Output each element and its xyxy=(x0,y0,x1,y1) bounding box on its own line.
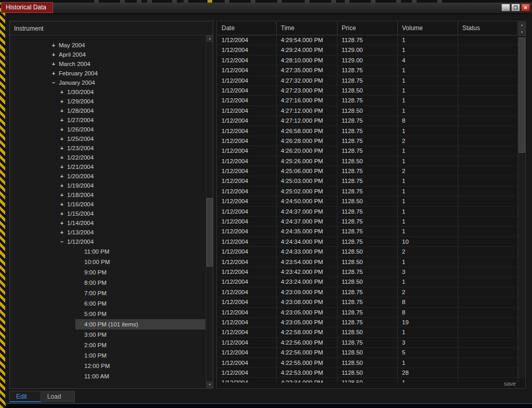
table-row[interactable]: 1/12/20044:23:09.000 PM1128.752 xyxy=(217,287,518,297)
expand-plus-icon[interactable]: + xyxy=(59,220,64,226)
expand-plus-icon[interactable]: + xyxy=(59,126,64,133)
table-row[interactable]: 1/12/20044:24:34.000 PM1128.7510 xyxy=(217,237,518,247)
expand-plus-icon[interactable]: + xyxy=(59,201,64,207)
table-row[interactable]: 1/12/20044:23:54.000 PM1128.501 xyxy=(217,257,518,267)
table-scrollbar[interactable] xyxy=(518,36,525,379)
tree-item[interactable]: +1/15/2004 xyxy=(10,209,205,218)
table-row[interactable]: 1/12/20044:25:02.000 PM1128.751 xyxy=(217,187,518,196)
tree-item[interactable]: 3:00 PM xyxy=(10,330,205,340)
tree-item[interactable]: 1:00 PM xyxy=(10,350,205,361)
column-header-time[interactable]: Time xyxy=(277,21,338,35)
tree-item[interactable]: +1/28/2004 xyxy=(10,106,205,115)
table-row[interactable]: 1/12/20044:24:33.000 PM1128.502 xyxy=(217,247,518,257)
tree-item[interactable]: 11:00 AM xyxy=(10,371,205,381)
tree-item[interactable]: 6:00 PM xyxy=(10,298,205,309)
tree-item[interactable]: +1/23/2004 xyxy=(10,143,205,153)
table-row[interactable]: 1/12/20044:24:35.000 PM1128.751 xyxy=(217,227,518,236)
tree-item[interactable]: +March 2004 xyxy=(10,59,205,69)
column-header-date[interactable]: Date xyxy=(217,21,277,35)
expand-plus-icon[interactable]: + xyxy=(51,51,56,58)
scroll-down-icon[interactable]: ▼ xyxy=(206,381,213,388)
tree-item[interactable]: −1/12/2004 xyxy=(10,237,205,246)
table-row[interactable]: 1/12/20044:25:06.000 PM1128.752 xyxy=(217,166,518,176)
expand-plus-icon[interactable]: + xyxy=(59,192,64,198)
table-row[interactable]: 1/12/20044:27:23.000 PM1128.501 xyxy=(217,86,518,96)
table-scroll-up-icon[interactable]: ▲ xyxy=(518,22,525,29)
tree-item[interactable]: 10:00 PM xyxy=(10,257,205,267)
table-row[interactable]: 1/12/20044:27:16.000 PM1128.751 xyxy=(217,96,518,106)
tree-item[interactable]: +1/16/2004 xyxy=(10,200,205,209)
tree-item[interactable]: +May 2004 xyxy=(10,41,205,50)
tree-item[interactable]: +1/20/2004 xyxy=(10,172,205,181)
close-button[interactable]: ✕ xyxy=(521,4,530,11)
table-row[interactable]: 1/12/20044:23:05.000 PM1128.758 xyxy=(217,308,518,318)
expand-plus-icon[interactable]: + xyxy=(59,154,64,161)
table-row[interactable]: 1/12/20044:24:37.000 PM1128.751 xyxy=(217,207,518,217)
table-row[interactable]: 1/12/20044:27:32.000 PM1128.751 xyxy=(217,76,518,86)
table-row[interactable]: 1/12/20044:24:37.000 PM1128.751 xyxy=(217,217,518,227)
tree-item[interactable]: +1/26/2004 xyxy=(10,125,205,134)
expand-plus-icon[interactable]: + xyxy=(59,164,64,170)
table-scrollbar-thumb[interactable] xyxy=(518,37,525,153)
tree-item[interactable]: +1/19/2004 xyxy=(10,181,205,190)
table-row[interactable]: 1/12/20044:26:58.000 PM1128.751 xyxy=(217,126,518,136)
tree-item[interactable]: 2:00 PM xyxy=(10,340,205,350)
tree-scrollbar-thumb[interactable] xyxy=(206,198,213,267)
table-row[interactable]: 1/12/20044:24:50.000 PM1128.501 xyxy=(217,196,518,206)
column-header-volume[interactable]: Volume xyxy=(398,21,458,35)
expand-plus-icon[interactable]: + xyxy=(59,145,64,151)
expand-plus-icon[interactable]: + xyxy=(51,70,56,76)
tree-item[interactable]: +1/14/2004 xyxy=(10,218,205,228)
tree-item[interactable]: 8:00 PM xyxy=(10,278,205,288)
tree-item[interactable]: +February 2004 xyxy=(10,69,205,78)
expand-plus-icon[interactable]: + xyxy=(59,108,64,114)
expand-plus-icon[interactable]: + xyxy=(51,61,56,67)
tree-item[interactable]: +1/30/2004 xyxy=(10,87,205,97)
tree-item[interactable]: +1/21/2004 xyxy=(10,162,205,172)
tab-edit[interactable]: Edit xyxy=(9,391,41,402)
column-header-status[interactable]: Status xyxy=(458,21,518,35)
table-row[interactable]: 1/12/20044:22:55.000 PM1128.501 xyxy=(217,358,518,368)
minimize-button[interactable]: _ xyxy=(501,4,510,11)
expand-plus-icon[interactable]: + xyxy=(59,182,64,189)
scroll-up-icon[interactable]: ▲ xyxy=(206,35,213,42)
table-row[interactable]: 1/12/20044:27:12.000 PM1128.501 xyxy=(217,106,518,116)
tree-item[interactable]: +1/27/2004 xyxy=(10,115,205,125)
collapse-minus-icon[interactable]: − xyxy=(51,80,56,86)
expand-plus-icon[interactable]: + xyxy=(59,210,64,217)
table-row[interactable]: 1/12/20044:22:53.000 PM1128.5028 xyxy=(217,368,518,378)
tree-item[interactable]: −January 2004 xyxy=(10,78,205,87)
expand-plus-icon[interactable]: + xyxy=(51,42,56,48)
tree-item[interactable]: 12:00 PM xyxy=(10,361,205,371)
expand-plus-icon[interactable]: + xyxy=(59,173,64,179)
tree-item[interactable]: 11:00 PM xyxy=(10,246,205,257)
table-row[interactable]: 1/12/20044:25:03.000 PM1128.751 xyxy=(217,176,518,186)
tree-item[interactable]: +April 2004 xyxy=(10,50,205,59)
tree-item[interactable]: +1/22/2004 xyxy=(10,153,205,162)
maximize-button[interactable]: ❐ xyxy=(511,4,520,11)
table-row[interactable]: 1/12/20044:26:20.000 PM1128.751 xyxy=(217,146,518,156)
expand-plus-icon[interactable]: + xyxy=(59,136,64,142)
table-row[interactable]: 1/12/20044:23:05.000 PM1128.7519 xyxy=(217,318,518,327)
tree-item[interactable]: +1/25/2004 xyxy=(10,134,205,143)
expand-plus-icon[interactable]: + xyxy=(59,89,64,95)
collapse-minus-icon[interactable]: − xyxy=(59,239,64,245)
expand-plus-icon[interactable]: + xyxy=(59,117,64,123)
tree-item[interactable]: 7:00 PM xyxy=(10,288,205,298)
table-scroll-down-icon[interactable]: ▼ xyxy=(518,29,525,36)
tree-item[interactable]: +1/18/2004 xyxy=(10,190,205,200)
table-row[interactable]: 1/12/20044:28:10.000 PM1129.004 xyxy=(217,56,518,65)
table-row[interactable]: 1/12/20044:29:54.000 PM1128.751 xyxy=(217,35,518,45)
tab-load[interactable]: Load xyxy=(41,391,75,402)
expand-plus-icon[interactable]: + xyxy=(59,98,64,104)
column-header-price[interactable]: Price xyxy=(338,21,398,35)
tree-item[interactable]: +1/29/2004 xyxy=(10,97,205,106)
table-row[interactable]: 1/12/20044:25:26.000 PM1128.501 xyxy=(217,156,518,166)
table-row[interactable]: 1/12/20044:22:56.000 PM1128.505 xyxy=(217,348,518,358)
table-row[interactable]: 1/12/20044:22:34.000 PM1128.501 xyxy=(217,378,518,383)
table-row[interactable]: 1/12/20044:27:35.000 PM1128.751 xyxy=(217,65,518,75)
expand-plus-icon[interactable]: + xyxy=(59,229,64,235)
table-row[interactable]: 1/12/20044:23:08.000 PM1128.758 xyxy=(217,297,518,307)
tree-item-selected[interactable]: 4:00 PM (101 items) xyxy=(10,319,205,330)
table-row[interactable]: 1/12/20044:23:42.000 PM1128.753 xyxy=(217,267,518,277)
